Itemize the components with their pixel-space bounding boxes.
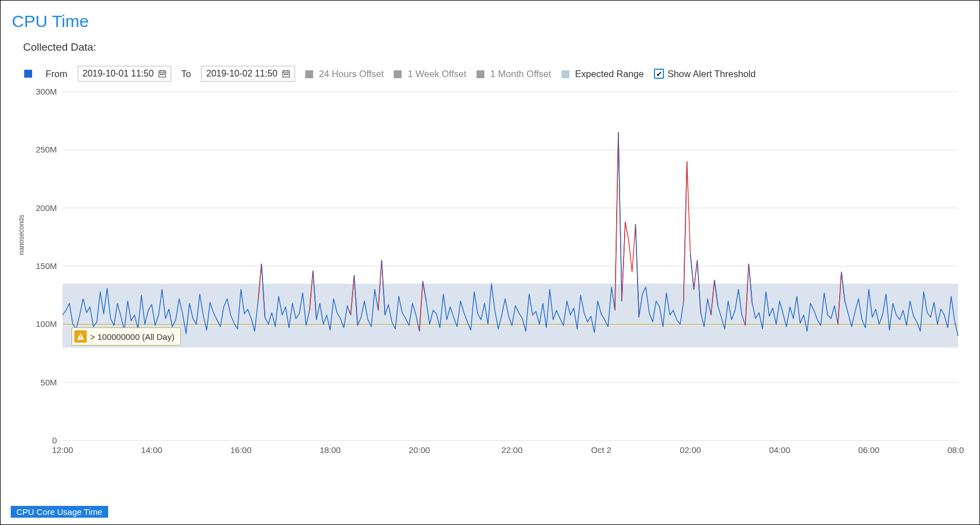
svg-text:06:00: 06:00 xyxy=(858,445,880,455)
chart-area: nanoseconds 050M100M150M200M250M300M12:0… xyxy=(12,86,966,469)
legend-1m-offset[interactable]: 1 Month Offset xyxy=(476,69,551,79)
to-label: To xyxy=(181,69,191,79)
svg-text:150M: 150M xyxy=(35,261,57,271)
section-label: Collected Data: xyxy=(23,41,966,53)
legend-1w-offset[interactable]: 1 Week Offset xyxy=(394,69,466,79)
svg-rect-10 xyxy=(286,74,287,75)
svg-text:250M: 250M xyxy=(35,145,57,154)
legend-expected-range[interactable]: Expected Range xyxy=(562,69,644,79)
page-title: CPU Time xyxy=(12,12,966,31)
svg-text:300M: 300M xyxy=(35,87,57,96)
svg-text:02:00: 02:00 xyxy=(680,445,701,455)
svg-text:20:00: 20:00 xyxy=(409,445,430,455)
svg-text:04:00: 04:00 xyxy=(769,445,790,455)
svg-rect-28 xyxy=(63,284,958,348)
svg-rect-2 xyxy=(160,74,161,75)
cpu-time-chart: 050M100M150M200M250M300M12:0014:0016:001… xyxy=(12,86,964,469)
svg-rect-9 xyxy=(284,74,285,75)
svg-text:14:00: 14:00 xyxy=(141,445,163,455)
alert-threshold-text: > 100000000 (All Day) xyxy=(90,332,175,342)
checkbox-icon: ✔ xyxy=(654,69,664,79)
calendar-icon xyxy=(282,70,290,78)
svg-text:200M: 200M xyxy=(35,203,57,213)
series-tab-cpu-core-usage[interactable]: CPU Core Usage Time xyxy=(11,506,108,518)
svg-text:16:00: 16:00 xyxy=(230,445,252,455)
chart-controls: From 2019-10-01 11:50 To 2019-10-02 11:5… xyxy=(24,66,966,82)
from-date-input[interactable]: 2019-10-01 11:50 xyxy=(78,66,171,82)
svg-text:0: 0 xyxy=(52,436,57,445)
y-axis-label: nanoseconds xyxy=(17,215,25,255)
svg-rect-3 xyxy=(162,74,163,75)
to-date-value: 2019-10-02 11:50 xyxy=(206,69,277,79)
square-icon xyxy=(562,70,569,78)
square-icon xyxy=(476,70,484,78)
svg-text:Oct 2: Oct 2 xyxy=(591,445,612,455)
square-icon xyxy=(394,70,402,78)
from-swatch xyxy=(24,70,32,78)
warning-icon: ! xyxy=(74,330,87,343)
svg-text:18:00: 18:00 xyxy=(319,445,341,455)
svg-rect-4 xyxy=(163,74,164,75)
calendar-icon xyxy=(158,70,166,78)
svg-text:22:00: 22:00 xyxy=(501,445,523,455)
svg-text:08:00: 08:00 xyxy=(947,445,964,455)
svg-text:100M: 100M xyxy=(35,319,57,329)
to-date-input[interactable]: 2019-10-02 11:50 xyxy=(201,66,295,82)
alert-threshold-badge[interactable]: ! > 100000000 (All Day) xyxy=(72,327,181,345)
show-alert-threshold-checkbox[interactable]: ✔ Show Alert Threshold xyxy=(654,69,756,79)
svg-rect-11 xyxy=(287,74,288,75)
from-date-value: 2019-10-01 11:50 xyxy=(83,69,154,79)
square-icon xyxy=(305,70,313,78)
svg-text:!: ! xyxy=(79,334,81,340)
from-label: From xyxy=(46,69,68,79)
legend-24h-offset[interactable]: 24 Hours Offset xyxy=(305,69,384,79)
svg-text:12:00: 12:00 xyxy=(52,445,73,455)
svg-text:50M: 50M xyxy=(41,378,57,387)
